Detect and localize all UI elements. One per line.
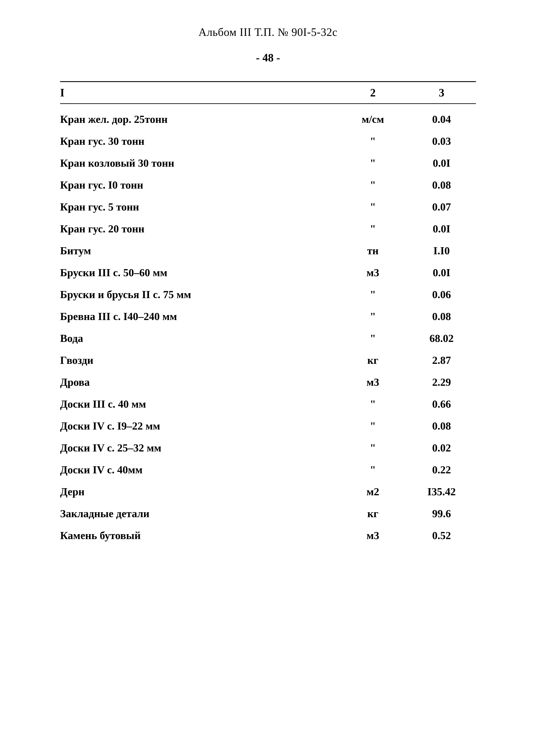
cell-unit: " — [339, 157, 407, 169]
table-body: Кран жел. дор. 25тоннм/см0.04Кран гус. 3… — [60, 108, 476, 546]
table-row: Бруски III с. 50–60 ммм30.0I — [60, 261, 476, 284]
cell-unit: кг — [339, 354, 407, 366]
cell-unit: " — [339, 223, 407, 235]
table-row: Бревна III с. I40–240 мм"0.08 — [60, 305, 476, 327]
table-row: Доски IV с. 40мм"0.22 — [60, 459, 476, 481]
header: Альбом III Т.П. № 90I-5-32с — [60, 26, 476, 38]
cell-value: 0.08 — [407, 420, 476, 432]
cell-value: 0.22 — [407, 464, 476, 476]
cell-name: Вода — [60, 332, 339, 345]
cell-name: Бревна III с. I40–240 мм — [60, 310, 339, 323]
cell-unit: " — [339, 288, 407, 301]
cell-unit: " — [339, 310, 407, 323]
cell-value: I.I0 — [407, 244, 476, 257]
cell-unit: " — [339, 398, 407, 410]
table-row: Камень бутовыйм30.52 — [60, 525, 476, 546]
cell-unit: " — [339, 201, 407, 213]
cell-name: Кран гус. 5 тонн — [60, 201, 339, 213]
table-row: Закладные деталикг99.6 — [60, 502, 476, 525]
cell-value: 2.29 — [407, 376, 476, 388]
cell-unit: кг — [339, 507, 407, 520]
cell-value: 99.6 — [407, 507, 476, 520]
cell-unit: " — [339, 179, 407, 191]
cell-value: 0.08 — [407, 310, 476, 323]
table-row: Бруски и брусья II с. 75 мм"0.06 — [60, 284, 476, 305]
cell-value: 0.07 — [407, 201, 476, 213]
table-row: Кран жел. дор. 25тоннм/см0.04 — [60, 108, 476, 130]
cell-name: Камень бутовый — [60, 529, 339, 542]
col-header-3: 3 — [407, 86, 476, 99]
table-row: БитумтнI.I0 — [60, 240, 476, 261]
table-row: Кран гус. I0 тонн"0.08 — [60, 174, 476, 196]
cell-name: Гвозди — [60, 354, 339, 366]
table-row: Кран гус. 5 тонн"0.07 — [60, 196, 476, 218]
col-header-1: I — [60, 86, 339, 99]
page: Альбом III Т.П. № 90I-5-32с - 48 - I 2 3… — [0, 0, 536, 756]
cell-unit: м3 — [339, 266, 407, 279]
table-row: Вода"68.02 — [60, 327, 476, 349]
cell-name: Доски IV с. 25–32 мм — [60, 442, 339, 454]
cell-value: 0.02 — [407, 442, 476, 454]
cell-value: 0.0I — [407, 157, 476, 169]
cell-value: 0.04 — [407, 113, 476, 125]
cell-name: Бруски III с. 50–60 мм — [60, 266, 339, 279]
cell-name: Доски III с. 40 мм — [60, 398, 339, 410]
cell-name: Закладные детали — [60, 507, 339, 520]
cell-unit: тн — [339, 244, 407, 257]
cell-unit: м2 — [339, 485, 407, 498]
cell-unit: " — [339, 332, 407, 345]
cell-value: I35.42 — [407, 485, 476, 498]
cell-unit: " — [339, 442, 407, 454]
page-number: - 48 - — [60, 51, 476, 64]
cell-value: 68.02 — [407, 332, 476, 345]
main-table: I 2 3 Кран жел. дор. 25тоннм/см0.04Кран … — [60, 81, 476, 546]
table-row: Доски IV с. I9–22 мм"0.08 — [60, 415, 476, 437]
table-row: Кран гус. 20 тонн"0.0I — [60, 218, 476, 240]
header-title: Альбом III Т.П. № 90I-5-32с — [199, 26, 337, 38]
cell-unit: " — [339, 464, 407, 476]
table-row: Гвоздикг2.87 — [60, 349, 476, 371]
cell-value: 2.87 — [407, 354, 476, 366]
cell-value: 0.08 — [407, 179, 476, 191]
cell-value: 0.0I — [407, 223, 476, 235]
cell-name: Бруски и брусья II с. 75 мм — [60, 288, 339, 301]
cell-name: Доски IV с. I9–22 мм — [60, 420, 339, 432]
cell-name: Дерн — [60, 485, 339, 498]
cell-name: Битум — [60, 244, 339, 257]
cell-value: 0.0I — [407, 266, 476, 279]
cell-unit: м3 — [339, 376, 407, 388]
cell-name: Кран гус. 20 тонн — [60, 223, 339, 235]
cell-unit: " — [339, 420, 407, 432]
col-header-2: 2 — [339, 86, 407, 99]
table-row: Кран козловый 30 тонн"0.0I — [60, 152, 476, 174]
cell-value: 0.03 — [407, 135, 476, 147]
cell-unit: м/см — [339, 113, 407, 125]
cell-unit: " — [339, 135, 407, 147]
cell-name: Дрова — [60, 376, 339, 388]
cell-name: Кран жел. дор. 25тонн — [60, 113, 339, 125]
cell-name: Кран гус. 30 тонн — [60, 135, 339, 147]
cell-name: Кран козловый 30 тонн — [60, 157, 339, 169]
cell-value: 0.66 — [407, 398, 476, 410]
cell-value: 0.52 — [407, 529, 476, 542]
cell-name: Доски IV с. 40мм — [60, 464, 339, 476]
table-row: Доски III с. 40 мм"0.66 — [60, 393, 476, 415]
cell-name: Кран гус. I0 тонн — [60, 179, 339, 191]
table-row: Дровам32.29 — [60, 371, 476, 393]
table-row: Доски IV с. 25–32 мм"0.02 — [60, 437, 476, 459]
table-header: I 2 3 — [60, 81, 476, 104]
table-row: Дернм2I35.42 — [60, 481, 476, 502]
cell-unit: м3 — [339, 529, 407, 542]
table-row: Кран гус. 30 тонн"0.03 — [60, 130, 476, 152]
cell-value: 0.06 — [407, 288, 476, 301]
